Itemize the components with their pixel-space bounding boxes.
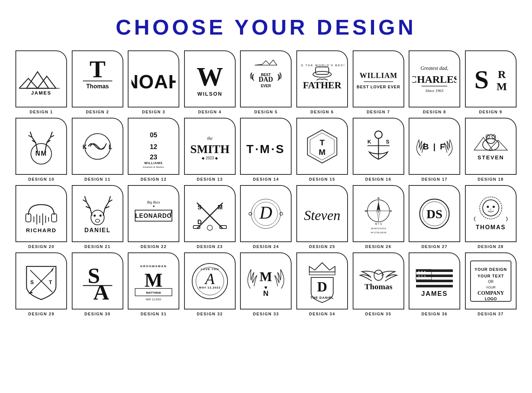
design-card-20[interactable]: RICHARD bbox=[15, 185, 67, 242]
svg-point-151 bbox=[426, 273, 427, 274]
design-item-10[interactable]: NM DESIGN 10 bbox=[15, 118, 68, 181]
design-item-5[interactable]: BEST DAD EVER DESIGN 5 bbox=[239, 50, 293, 114]
svg-text:S: S bbox=[31, 279, 34, 285]
svg-text:COMPANY: COMPANY bbox=[478, 290, 504, 296]
design-card-32[interactable]: LOVE YOU MAY 12,2022 A bbox=[184, 252, 236, 309]
design-item-28[interactable]: THOMAS DESIGN 28 bbox=[464, 185, 517, 249]
design-card-24[interactable]: D bbox=[240, 185, 292, 242]
design-item-14[interactable]: T·M·S DESIGN 14 bbox=[239, 118, 293, 181]
svg-text:THOMAS: THOMAS bbox=[476, 224, 505, 230]
svg-point-91 bbox=[280, 212, 283, 215]
design-item-22[interactable]: Big Boss ★ LEONARDO DESIGN 22 bbox=[127, 185, 180, 249]
design-item-36[interactable]: JAMES DESIGN 36 bbox=[408, 252, 461, 316]
svg-rect-17 bbox=[316, 67, 329, 74]
design-item-31[interactable]: GROOMSMAN M MATTHEW MAY 12,2022 DESIGN 3… bbox=[127, 252, 180, 316]
design-card-14[interactable]: T·M·S bbox=[240, 118, 292, 175]
design-item-37[interactable]: YOUR DESIGN YOUR TEXT OR YOUR COMPANY LO… bbox=[464, 252, 517, 316]
design-item-24[interactable]: D DESIGN 24 bbox=[239, 185, 293, 249]
design-card-25[interactable]: Steven bbox=[296, 185, 348, 242]
design-card-10[interactable]: NM bbox=[15, 118, 67, 175]
design-card-27[interactable]: DS bbox=[409, 185, 460, 242]
design-card-7[interactable]: WILLIAM BEST LOVER EVER bbox=[353, 50, 404, 107]
svg-point-147 bbox=[422, 271, 423, 272]
design-card-21[interactable]: DANIEL bbox=[72, 185, 123, 242]
design-item-6[interactable]: TO THE WORLD'S BEST FATHER DESIGN 6 bbox=[296, 50, 349, 114]
svg-point-139 bbox=[374, 270, 383, 280]
svg-text:M: M bbox=[319, 148, 325, 157]
design-item-35[interactable]: Thomas DESIGN 35 bbox=[352, 252, 405, 316]
design-card-28[interactable]: THOMAS bbox=[465, 185, 517, 242]
design-card-23[interactable]: S M D bbox=[184, 185, 236, 242]
svg-text:B | F: B | F bbox=[423, 142, 446, 151]
design-item-21[interactable]: DANIEL DESIGN 21 bbox=[71, 185, 124, 249]
design-card-33[interactable]: M ♥ N bbox=[240, 252, 292, 309]
design-card-22[interactable]: Big Boss ★ LEONARDO bbox=[128, 185, 179, 242]
svg-text:44°17'59.130 W: 44°17'59.130 W bbox=[370, 231, 386, 234]
design-item-15[interactable]: T M DESIGN 15 bbox=[296, 118, 349, 181]
design-item-18[interactable]: STEVEN DESIGN 18 bbox=[464, 118, 517, 181]
svg-text:Elizabeth & Mathew: Elizabeth & Mathew bbox=[142, 166, 164, 169]
design-label-25: DESIGN 25 bbox=[309, 244, 335, 249]
design-card-18[interactable]: STEVEN bbox=[465, 118, 517, 175]
design-card-35[interactable]: Thomas bbox=[353, 252, 404, 309]
design-item-29[interactable]: S T DESIGN 29 bbox=[15, 252, 68, 316]
design-item-4[interactable]: W WILSON DESIGN 4 bbox=[183, 50, 237, 114]
design-item-20[interactable]: RICHARD DESIGN 20 bbox=[15, 185, 68, 249]
design-item-11[interactable]: K L DESIGN 11 bbox=[71, 118, 124, 181]
design-card-26[interactable]: N E W M + S 93°84'70.470 N 44°17'59.130 … bbox=[353, 185, 404, 242]
svg-marker-98 bbox=[377, 211, 380, 220]
design-item-27[interactable]: DS DESIGN 27 bbox=[408, 185, 461, 249]
design-item-33[interactable]: M ♥ N DESIGN 33 bbox=[239, 252, 293, 316]
design-item-16[interactable]: K S DESIGN 16 bbox=[352, 118, 405, 181]
design-card-17[interactable]: B | F bbox=[409, 118, 460, 175]
design-card-1[interactable]: JAMES bbox=[15, 50, 67, 107]
design-item-9[interactable]: S R M DESIGN 9 bbox=[464, 50, 517, 114]
design-card-11[interactable]: K L bbox=[72, 118, 123, 175]
design-item-30[interactable]: S A DESIGN 30 bbox=[71, 252, 124, 316]
design-card-2[interactable]: T Thomas bbox=[72, 50, 123, 107]
design-card-29[interactable]: S T bbox=[15, 252, 67, 309]
design-item-7[interactable]: WILLIAM BEST LOVER EVER DESIGN 7 bbox=[352, 50, 405, 114]
design-card-3[interactable]: NOAH bbox=[128, 50, 179, 107]
design-card-4[interactable]: W WILSON bbox=[184, 50, 236, 107]
design-item-2[interactable]: T Thomas DESIGN 2 bbox=[71, 50, 124, 114]
design-item-12[interactable]: 05 · 12 · 23 WILLIAMS Elizabeth & Mathew… bbox=[127, 118, 180, 181]
svg-text:OR: OR bbox=[488, 280, 493, 284]
svg-text:JAMES: JAMES bbox=[31, 90, 52, 96]
design-card-9[interactable]: S R M bbox=[465, 50, 517, 107]
svg-text:◆ 2023 ◆: ◆ 2023 ◆ bbox=[202, 156, 218, 160]
design-card-6[interactable]: TO THE WORLD'S BEST FATHER bbox=[296, 50, 348, 107]
design-card-8[interactable]: Greatest dad, CHARLES Since 1963 bbox=[409, 50, 460, 107]
design-card-13[interactable]: the SMITH ◆ 2023 ◆ bbox=[184, 118, 236, 175]
design-item-8[interactable]: Greatest dad, CHARLES Since 1963 DESIGN … bbox=[408, 50, 461, 114]
design-card-16[interactable]: K S bbox=[353, 118, 404, 175]
design-label-27: DESIGN 27 bbox=[422, 244, 448, 249]
design-item-17[interactable]: B | F DESIGN 17 bbox=[408, 118, 461, 181]
design-card-31[interactable]: GROOMSMAN M MATTHEW MAY 12,2022 bbox=[128, 252, 179, 309]
design-label-37: DESIGN 37 bbox=[478, 312, 504, 316]
design-card-34[interactable]: D THE DANIEL bbox=[296, 252, 348, 309]
svg-text:05: 05 bbox=[150, 131, 157, 139]
design-item-25[interactable]: Steven DESIGN 25 bbox=[296, 185, 349, 249]
svg-text:DS: DS bbox=[426, 207, 442, 221]
design-card-5[interactable]: BEST DAD EVER bbox=[240, 50, 292, 107]
design-item-34[interactable]: D THE DANIEL DESIGN 34 bbox=[296, 252, 349, 316]
design-item-26[interactable]: N E W M + S 93°84'70.470 N 44°17'59.130 … bbox=[352, 185, 405, 249]
design-item-32[interactable]: LOVE YOU MAY 12,2022 A DESIGN 32 bbox=[183, 252, 237, 316]
design-label-22: DESIGN 22 bbox=[141, 244, 167, 249]
design-item-23[interactable]: S M D DESIGN 23 bbox=[183, 185, 237, 249]
svg-marker-2 bbox=[19, 78, 38, 88]
design-item-3[interactable]: NOAH DESIGN 3 bbox=[127, 50, 180, 114]
design-card-36[interactable]: JAMES bbox=[409, 252, 460, 309]
design-label-14: DESIGN 14 bbox=[253, 177, 279, 181]
svg-point-49 bbox=[375, 131, 382, 138]
design-card-30[interactable]: S A bbox=[72, 252, 123, 309]
design-item-1[interactable]: JAMES DESIGN 1 bbox=[15, 50, 68, 114]
design-label-24: DESIGN 24 bbox=[253, 244, 279, 249]
svg-text:A: A bbox=[93, 280, 109, 303]
design-label-15: DESIGN 15 bbox=[309, 177, 335, 181]
design-item-13[interactable]: the SMITH ◆ 2023 ◆ DESIGN 13 bbox=[183, 118, 237, 181]
design-card-12[interactable]: 05 · 12 · 23 WILLIAMS Elizabeth & Mathew bbox=[128, 118, 179, 175]
design-card-37[interactable]: YOUR DESIGN YOUR TEXT OR YOUR COMPANY LO… bbox=[465, 252, 517, 309]
design-card-15[interactable]: T M bbox=[296, 118, 348, 175]
